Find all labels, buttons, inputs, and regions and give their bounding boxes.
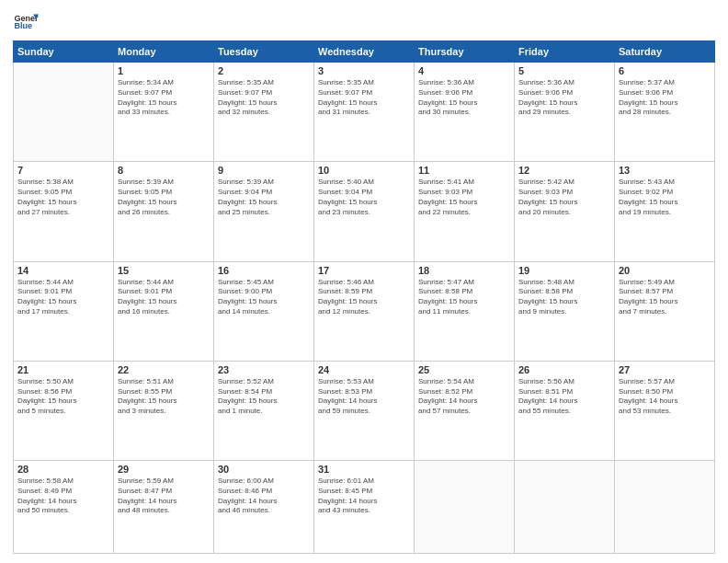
logo: General Blue xyxy=(13,9,39,35)
calendar-cell: 27Sunrise: 5:57 AM Sunset: 8:50 PM Dayli… xyxy=(615,361,715,460)
day-info: Sunrise: 5:42 AM Sunset: 9:03 PM Dayligh… xyxy=(518,178,610,217)
day-number: 5 xyxy=(518,65,610,76)
calendar-cell: 3Sunrise: 5:35 AM Sunset: 9:07 PM Daylig… xyxy=(314,63,415,162)
day-info: Sunrise: 5:48 AM Sunset: 8:58 PM Dayligh… xyxy=(518,278,610,317)
weekday-header: Tuesday xyxy=(214,41,314,63)
calendar-cell: 20Sunrise: 5:49 AM Sunset: 8:57 PM Dayli… xyxy=(615,261,715,361)
calendar-table: SundayMondayTuesdayWednesdayThursdayFrid… xyxy=(13,40,715,554)
day-number: 22 xyxy=(118,364,210,375)
day-number: 30 xyxy=(218,464,310,475)
calendar-cell xyxy=(615,461,715,554)
calendar-cell: 18Sunrise: 5:47 AM Sunset: 8:58 PM Dayli… xyxy=(415,261,515,361)
calendar-cell: 14Sunrise: 5:44 AM Sunset: 9:01 PM Dayli… xyxy=(14,261,114,361)
weekday-header: Saturday xyxy=(615,41,715,63)
day-number: 15 xyxy=(118,265,210,276)
day-info: Sunrise: 5:45 AM Sunset: 9:00 PM Dayligh… xyxy=(218,278,310,317)
day-info: Sunrise: 6:01 AM Sunset: 8:45 PM Dayligh… xyxy=(318,477,410,516)
calendar-cell: 31Sunrise: 6:01 AM Sunset: 8:45 PM Dayli… xyxy=(314,461,415,554)
day-number: 11 xyxy=(418,165,510,176)
svg-text:Blue: Blue xyxy=(14,21,32,30)
day-number: 17 xyxy=(318,265,410,276)
calendar-cell: 25Sunrise: 5:54 AM Sunset: 8:52 PM Dayli… xyxy=(415,361,515,460)
day-info: Sunrise: 5:59 AM Sunset: 8:47 PM Dayligh… xyxy=(118,477,210,516)
day-info: Sunrise: 5:39 AM Sunset: 9:04 PM Dayligh… xyxy=(218,178,310,217)
calendar-cell: 6Sunrise: 5:37 AM Sunset: 9:06 PM Daylig… xyxy=(615,63,715,162)
day-info: Sunrise: 5:35 AM Sunset: 9:07 PM Dayligh… xyxy=(318,78,410,118)
day-info: Sunrise: 5:44 AM Sunset: 9:01 PM Dayligh… xyxy=(17,278,109,317)
calendar-cell: 24Sunrise: 5:53 AM Sunset: 8:53 PM Dayli… xyxy=(314,361,415,460)
page-container: General Blue SundayMondayTuesdayWednesda… xyxy=(0,0,728,563)
day-info: Sunrise: 6:00 AM Sunset: 8:46 PM Dayligh… xyxy=(218,477,310,516)
day-number: 20 xyxy=(619,265,711,276)
day-info: Sunrise: 5:43 AM Sunset: 9:02 PM Dayligh… xyxy=(619,178,711,217)
calendar-cell: 11Sunrise: 5:41 AM Sunset: 9:03 PM Dayli… xyxy=(415,162,515,261)
calendar-week-row: 28Sunrise: 5:58 AM Sunset: 8:49 PM Dayli… xyxy=(14,461,715,554)
calendar-cell xyxy=(515,461,615,554)
calendar-week-row: 7Sunrise: 5:38 AM Sunset: 9:05 PM Daylig… xyxy=(14,162,715,261)
day-number: 3 xyxy=(318,65,410,76)
day-number: 12 xyxy=(518,165,610,176)
day-info: Sunrise: 5:47 AM Sunset: 8:58 PM Dayligh… xyxy=(418,278,510,317)
calendar-cell xyxy=(415,461,515,554)
calendar-cell: 7Sunrise: 5:38 AM Sunset: 9:05 PM Daylig… xyxy=(14,162,114,261)
calendar-week-row: 1Sunrise: 5:34 AM Sunset: 9:07 PM Daylig… xyxy=(14,63,715,162)
calendar-week-row: 14Sunrise: 5:44 AM Sunset: 9:01 PM Dayli… xyxy=(14,261,715,361)
calendar-cell: 9Sunrise: 5:39 AM Sunset: 9:04 PM Daylig… xyxy=(214,162,314,261)
calendar-cell: 21Sunrise: 5:50 AM Sunset: 8:56 PM Dayli… xyxy=(14,361,114,460)
calendar-cell: 13Sunrise: 5:43 AM Sunset: 9:02 PM Dayli… xyxy=(615,162,715,261)
day-number: 4 xyxy=(418,65,510,76)
calendar-cell: 19Sunrise: 5:48 AM Sunset: 8:58 PM Dayli… xyxy=(515,261,615,361)
calendar-cell: 29Sunrise: 5:59 AM Sunset: 8:47 PM Dayli… xyxy=(114,461,214,554)
day-info: Sunrise: 5:57 AM Sunset: 8:50 PM Dayligh… xyxy=(619,377,711,417)
day-info: Sunrise: 5:52 AM Sunset: 8:54 PM Dayligh… xyxy=(218,377,310,417)
weekday-header: Friday xyxy=(515,41,615,63)
day-info: Sunrise: 5:49 AM Sunset: 8:57 PM Dayligh… xyxy=(619,278,711,317)
day-info: Sunrise: 5:56 AM Sunset: 8:51 PM Dayligh… xyxy=(518,377,610,417)
day-info: Sunrise: 5:36 AM Sunset: 9:06 PM Dayligh… xyxy=(518,78,610,118)
logo-icon: General Blue xyxy=(13,9,39,35)
day-info: Sunrise: 5:53 AM Sunset: 8:53 PM Dayligh… xyxy=(318,377,410,417)
weekday-header: Thursday xyxy=(415,41,515,63)
calendar-cell: 2Sunrise: 5:35 AM Sunset: 9:07 PM Daylig… xyxy=(214,63,314,162)
day-number: 6 xyxy=(619,65,711,76)
day-number: 9 xyxy=(218,165,310,176)
calendar-cell: 8Sunrise: 5:39 AM Sunset: 9:05 PM Daylig… xyxy=(114,162,214,261)
calendar-cell: 1Sunrise: 5:34 AM Sunset: 9:07 PM Daylig… xyxy=(114,63,214,162)
calendar-cell: 12Sunrise: 5:42 AM Sunset: 9:03 PM Dayli… xyxy=(515,162,615,261)
day-number: 25 xyxy=(418,364,510,375)
day-number: 24 xyxy=(318,364,410,375)
day-info: Sunrise: 5:36 AM Sunset: 9:06 PM Dayligh… xyxy=(418,78,510,118)
day-info: Sunrise: 5:40 AM Sunset: 9:04 PM Dayligh… xyxy=(318,178,410,217)
day-number: 1 xyxy=(118,65,210,76)
calendar-cell: 10Sunrise: 5:40 AM Sunset: 9:04 PM Dayli… xyxy=(314,162,415,261)
day-number: 13 xyxy=(619,165,711,176)
calendar-cell: 26Sunrise: 5:56 AM Sunset: 8:51 PM Dayli… xyxy=(515,361,615,460)
weekday-header: Monday xyxy=(114,41,214,63)
calendar-cell: 5Sunrise: 5:36 AM Sunset: 9:06 PM Daylig… xyxy=(515,63,615,162)
calendar-header-row: SundayMondayTuesdayWednesdayThursdayFrid… xyxy=(14,41,715,63)
day-number: 7 xyxy=(17,165,109,176)
calendar-cell: 17Sunrise: 5:46 AM Sunset: 8:59 PM Dayli… xyxy=(314,261,415,361)
calendar-week-row: 21Sunrise: 5:50 AM Sunset: 8:56 PM Dayli… xyxy=(14,361,715,460)
calendar-cell: 30Sunrise: 6:00 AM Sunset: 8:46 PM Dayli… xyxy=(214,461,314,554)
day-number: 18 xyxy=(418,265,510,276)
day-number: 21 xyxy=(17,364,109,375)
day-info: Sunrise: 5:34 AM Sunset: 9:07 PM Dayligh… xyxy=(118,78,210,118)
calendar-cell: 4Sunrise: 5:36 AM Sunset: 9:06 PM Daylig… xyxy=(415,63,515,162)
calendar-cell xyxy=(14,63,114,162)
day-info: Sunrise: 5:39 AM Sunset: 9:05 PM Dayligh… xyxy=(118,178,210,217)
weekday-header: Wednesday xyxy=(314,41,415,63)
day-number: 10 xyxy=(318,165,410,176)
day-number: 29 xyxy=(118,464,210,475)
day-info: Sunrise: 5:35 AM Sunset: 9:07 PM Dayligh… xyxy=(218,78,310,118)
day-info: Sunrise: 5:50 AM Sunset: 8:56 PM Dayligh… xyxy=(17,377,109,417)
day-number: 16 xyxy=(218,265,310,276)
day-number: 8 xyxy=(118,165,210,176)
day-number: 26 xyxy=(518,364,610,375)
day-info: Sunrise: 5:44 AM Sunset: 9:01 PM Dayligh… xyxy=(118,278,210,317)
calendar-cell: 15Sunrise: 5:44 AM Sunset: 9:01 PM Dayli… xyxy=(114,261,214,361)
day-number: 31 xyxy=(318,464,410,475)
day-info: Sunrise: 5:46 AM Sunset: 8:59 PM Dayligh… xyxy=(318,278,410,317)
day-info: Sunrise: 5:58 AM Sunset: 8:49 PM Dayligh… xyxy=(17,477,109,516)
calendar-cell: 22Sunrise: 5:51 AM Sunset: 8:55 PM Dayli… xyxy=(114,361,214,460)
